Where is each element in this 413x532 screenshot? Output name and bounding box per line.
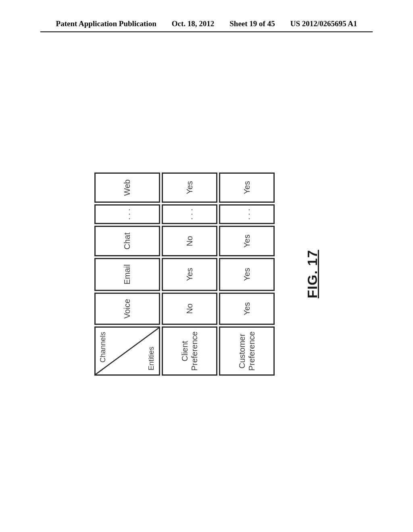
cell: Yes	[219, 293, 275, 325]
corner-label-channels: Channels	[99, 332, 107, 362]
cell: Yes	[219, 258, 275, 291]
col-header-chat: Chat	[94, 226, 160, 256]
row-header-client-pref: Client Preference	[162, 326, 217, 376]
cell: . . .	[219, 204, 275, 224]
col-header-web: Web	[94, 172, 160, 203]
figure: Channels Entities Voice Email Chat . . .…	[93, 171, 320, 377]
header-left: Patent Application Publication	[56, 19, 156, 28]
col-header-ellipsis: . . .	[94, 204, 160, 224]
header-sheet: Sheet 19 of 45	[229, 19, 275, 28]
figure-wrap: Channels Entities Voice Email Chat . . .…	[93, 171, 320, 377]
cell: Yes	[219, 226, 275, 256]
cell: Yes	[162, 172, 217, 203]
page-header: Patent Application Publication Oct. 18, …	[0, 19, 413, 28]
channel-preference-table: Channels Entities Voice Email Chat . . .…	[93, 171, 276, 377]
page: Patent Application Publication Oct. 18, …	[0, 0, 413, 532]
cell: No	[162, 293, 217, 325]
row-header-label: Customer Preference	[238, 331, 256, 371]
row-header-customer-pref: Customer Preference	[219, 326, 275, 376]
header-pubno: US 2012/0265695 A1	[290, 19, 357, 28]
col-header-voice: Voice	[94, 293, 160, 325]
table-row: Client Preference No Yes No . . . Yes	[162, 172, 217, 376]
cell: No	[162, 226, 217, 256]
cell: Yes	[162, 258, 217, 291]
cell: Yes	[219, 172, 275, 203]
cell: . . .	[162, 204, 217, 224]
corner-label-entities: Entities	[147, 347, 156, 370]
page-header-inner: Patent Application Publication Oct. 18, …	[56, 19, 357, 28]
col-header-email: Email	[94, 258, 160, 291]
header-rule	[40, 31, 373, 32]
table-header-row: Channels Entities Voice Email Chat . . .…	[94, 172, 160, 376]
row-header-label: Client Preference	[180, 331, 199, 371]
table-row: Customer Preference Yes Yes Yes . . . Ye…	[219, 172, 275, 376]
corner-cell: Channels Entities	[94, 326, 160, 376]
header-date: Oct. 18, 2012	[172, 19, 215, 28]
figure-caption: FIG. 17	[305, 250, 320, 298]
